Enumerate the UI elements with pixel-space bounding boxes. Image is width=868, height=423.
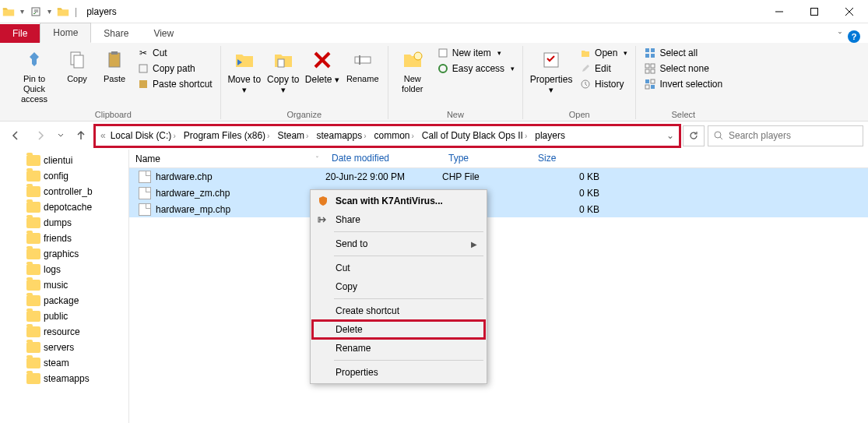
sidebar-item[interactable]: logs bbox=[0, 262, 128, 277]
address-dropdown-icon[interactable]: ⌄ bbox=[666, 130, 674, 141]
maximize-button[interactable] bbox=[796, 1, 831, 23]
col-size[interactable]: Size bbox=[532, 150, 606, 167]
sidebar-item[interactable]: clientui bbox=[0, 153, 128, 168]
folder-icon bbox=[26, 202, 40, 213]
breadcrumb[interactable]: steamapps› bbox=[313, 130, 369, 141]
ribbon-group-new: New folder New item▾ Easy access▾ New bbox=[388, 46, 523, 119]
breadcrumb[interactable]: Steam› bbox=[274, 130, 311, 141]
copy-button[interactable]: Copy bbox=[59, 46, 95, 86]
folder-icon bbox=[26, 249, 40, 259]
close-button[interactable] bbox=[831, 1, 866, 23]
file-row[interactable]: hardware_zm.chp 0 KB bbox=[129, 185, 868, 201]
file-row[interactable]: hardware_mp.chp 0 KB bbox=[129, 201, 868, 217]
breadcrumb[interactable]: players bbox=[532, 130, 568, 141]
tab-view[interactable]: View bbox=[141, 24, 186, 43]
folder-icon bbox=[26, 311, 40, 322]
new-item-button[interactable]: New item▾ bbox=[434, 46, 518, 60]
collapse-ribbon-icon[interactable]: ˇ bbox=[838, 31, 842, 42]
folder-small-icon bbox=[2, 5, 16, 19]
up-button[interactable] bbox=[70, 125, 92, 146]
breadcrumb[interactable]: Local Disk (C:)› bbox=[107, 130, 179, 141]
sidebar-item[interactable]: steam bbox=[0, 355, 128, 371]
properties-button[interactable]: Properties ▾ bbox=[528, 46, 575, 97]
sidebar-item[interactable]: graphics bbox=[0, 246, 128, 262]
tab-share[interactable]: Share bbox=[91, 24, 141, 43]
search-input[interactable] bbox=[729, 130, 858, 141]
tab-file[interactable]: File bbox=[0, 24, 40, 43]
paste-shortcut-icon bbox=[137, 78, 149, 90]
sidebar-item[interactable]: depotcache bbox=[0, 199, 128, 215]
move-to-button[interactable]: Move to ▾ bbox=[226, 46, 263, 97]
sidebar-item[interactable]: dumps bbox=[0, 215, 128, 231]
breadcrumb[interactable]: Program Files (x86)› bbox=[181, 130, 273, 141]
ctx-share[interactable]: Share bbox=[312, 210, 485, 229]
help-icon[interactable]: ? bbox=[848, 30, 860, 43]
breadcrumb[interactable]: Call of Duty Black Ops II› bbox=[419, 130, 530, 141]
breadcrumb[interactable]: common› bbox=[371, 130, 417, 141]
sidebar-item[interactable]: servers bbox=[0, 340, 128, 355]
file-icon bbox=[139, 171, 151, 183]
svg-rect-12 bbox=[139, 80, 147, 88]
select-none-button[interactable]: Select none bbox=[641, 62, 726, 76]
cut-button[interactable]: ✂Cut bbox=[134, 46, 216, 60]
copy-path-button[interactable]: Copy path bbox=[134, 62, 216, 76]
pin-quickaccess-button[interactable]: Pin to Quick access bbox=[11, 46, 58, 107]
folder-icon bbox=[26, 155, 40, 166]
sidebar-item[interactable]: controller_b bbox=[0, 184, 128, 199]
scissors-icon: ✂ bbox=[137, 47, 149, 59]
col-name[interactable]: Nameˇ bbox=[129, 150, 325, 167]
recent-locations-button[interactable] bbox=[54, 125, 67, 146]
folder-icon bbox=[26, 186, 40, 197]
select-all-icon bbox=[644, 47, 656, 59]
sidebar-item[interactable]: config bbox=[0, 168, 128, 184]
ctx-copy[interactable]: Copy bbox=[312, 277, 485, 296]
file-row[interactable]: hardware.chp 20-Jun-22 9:00 PM CHP File … bbox=[129, 168, 868, 185]
paste-button[interactable]: Paste bbox=[97, 46, 132, 86]
tab-home[interactable]: Home bbox=[40, 23, 91, 43]
file-icon bbox=[139, 203, 151, 216]
easy-access-icon bbox=[437, 62, 449, 75]
minimize-button[interactable] bbox=[761, 1, 796, 23]
invert-selection-button[interactable]: Invert selection bbox=[641, 77, 726, 91]
ctx-create-shortcut[interactable]: Create shortcut bbox=[312, 301, 485, 320]
ctx-cut[interactable]: Cut bbox=[312, 259, 485, 277]
history-button[interactable]: History bbox=[576, 77, 631, 91]
ctx-scan[interactable]: Scan with K7AntiVirus... bbox=[312, 192, 485, 210]
open-button[interactable]: Open▾ bbox=[576, 46, 631, 60]
ctx-delete[interactable]: Delete bbox=[312, 320, 485, 339]
ribbon-group-open: Properties ▾ Open▾ Edit History Open bbox=[523, 46, 636, 119]
sidebar-item[interactable]: friends bbox=[0, 231, 128, 246]
svg-rect-24 bbox=[651, 48, 655, 52]
edit-button[interactable]: Edit bbox=[576, 62, 631, 76]
new-folder-button[interactable]: New folder bbox=[393, 46, 432, 96]
sidebar-item[interactable]: public bbox=[0, 308, 128, 324]
col-type[interactable]: Type bbox=[442, 150, 532, 167]
forward-button[interactable] bbox=[30, 125, 51, 146]
address-bar[interactable]: « Local Disk (C:)› Program Files (x86)› … bbox=[95, 125, 680, 146]
ctx-properties[interactable]: Properties bbox=[312, 363, 485, 382]
sidebar-item[interactable]: resource bbox=[0, 324, 128, 340]
easy-access-button[interactable]: Easy access▾ bbox=[434, 62, 518, 76]
sidebar-item[interactable]: package bbox=[0, 293, 128, 308]
ctx-sendto[interactable]: Send to▶ bbox=[312, 234, 485, 253]
titlebar-dropdown-icon[interactable]: ▾ bbox=[44, 7, 54, 16]
ctx-rename[interactable]: Rename bbox=[312, 339, 485, 358]
sidebar-item[interactable]: music bbox=[0, 277, 128, 293]
col-date[interactable]: Date modified bbox=[325, 150, 442, 167]
sidebar-item[interactable]: steamapps bbox=[0, 371, 128, 386]
back-button[interactable] bbox=[5, 125, 26, 146]
search-box[interactable] bbox=[708, 125, 863, 146]
ribbon-group-organize: Move to ▾ Copy to ▾ Delete ▾ Rename Orga… bbox=[221, 46, 388, 119]
rename-button[interactable]: Rename bbox=[343, 46, 383, 86]
properties-small-icon[interactable] bbox=[29, 5, 43, 19]
refresh-button[interactable] bbox=[683, 125, 705, 146]
delete-button[interactable]: Delete ▾ bbox=[304, 46, 341, 86]
folder-icon bbox=[26, 280, 40, 291]
paste-shortcut-button[interactable]: Paste shortcut bbox=[134, 77, 216, 91]
quickaccess-dropdown-icon[interactable]: ▾ bbox=[17, 7, 27, 16]
history-crumb-icon[interactable]: « bbox=[100, 130, 106, 141]
open-icon bbox=[579, 47, 592, 59]
copy-to-button[interactable]: Copy to ▾ bbox=[265, 46, 302, 97]
svg-rect-10 bbox=[111, 51, 118, 55]
select-all-button[interactable]: Select all bbox=[641, 46, 726, 60]
